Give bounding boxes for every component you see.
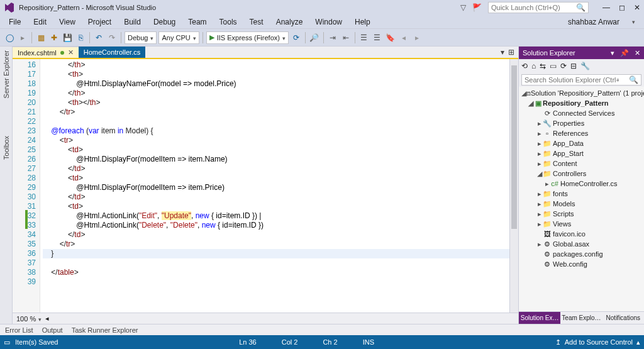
refresh-icon[interactable]: ⟳ bbox=[560, 62, 567, 70]
solution-tree[interactable]: ◢⧈ Solution 'Repositiory_Pattern' (1 pro… bbox=[519, 87, 644, 311]
rail-server-explorer[interactable]: Server Explorer bbox=[3, 50, 10, 98]
menu-edit[interactable]: Edit bbox=[28, 16, 52, 28]
bottom-tool-tabs: Error List Output Task Runner Explorer bbox=[0, 324, 644, 335]
tree-item[interactable]: ⚙Web.config bbox=[519, 259, 644, 269]
rail-toolbox[interactable]: Toolbox bbox=[3, 136, 10, 160]
menu-team[interactable]: Team bbox=[183, 16, 211, 28]
menu-window[interactable]: Window bbox=[310, 16, 347, 28]
close-icon[interactable]: ✕ bbox=[634, 3, 640, 12]
save-all-icon[interactable]: ⎘ bbox=[75, 32, 86, 43]
collapse-icon[interactable]: ⊟ bbox=[570, 62, 577, 70]
tree-item[interactable]: ▸⚙Global.asax bbox=[519, 239, 644, 249]
tree-item[interactable]: ▸📁Scripts bbox=[519, 209, 644, 219]
search-icon[interactable]: 🔍 bbox=[629, 75, 638, 84]
source-control-icon[interactable]: ↥ bbox=[555, 338, 561, 346]
tree-item[interactable]: ▸c#HomeController.cs bbox=[519, 179, 644, 189]
back-icon[interactable]: ⌂ bbox=[531, 62, 536, 70]
tab-solution-explorer[interactable]: Solution Ex… bbox=[519, 311, 560, 324]
config-dropdown[interactable]: Debug bbox=[125, 31, 157, 44]
menu-file[interactable]: File bbox=[4, 16, 26, 28]
tab-notifications[interactable]: Notifications bbox=[602, 311, 644, 324]
redo-icon[interactable]: ↷ bbox=[106, 32, 118, 43]
nav-back-icon[interactable]: ◯ bbox=[4, 32, 15, 43]
tree-item[interactable]: ⟳Connected Services bbox=[519, 108, 644, 118]
solution-label: Solution 'Repositiory_Pattern' (1 projec… bbox=[531, 89, 644, 97]
zoom-dropdown-icon[interactable] bbox=[38, 315, 42, 323]
open-file-icon[interactable]: ✚ bbox=[48, 32, 60, 43]
tree-item[interactable]: ▸📁App_Data bbox=[519, 138, 644, 148]
add-source-control[interactable]: Add to Source Control bbox=[565, 338, 633, 346]
tab-index-cshtml[interactable]: Index.cshtml ✕ bbox=[13, 47, 79, 58]
new-project-icon[interactable]: ▦ bbox=[35, 32, 47, 43]
menu-tools[interactable]: Tools bbox=[214, 16, 242, 28]
home-icon[interactable]: ⟲ bbox=[521, 62, 528, 70]
tab-team-explorer[interactable]: Team Explo… bbox=[560, 311, 602, 324]
solution-search-input[interactable] bbox=[525, 76, 619, 84]
comment-icon[interactable]: ☰ bbox=[358, 32, 370, 43]
tab-task-runner[interactable]: Task Runner Explorer bbox=[72, 326, 138, 334]
zoom-level[interactable]: 100 % bbox=[16, 315, 36, 323]
solution-explorer-search[interactable]: 🔍 bbox=[521, 74, 641, 86]
nav-fwd-icon[interactable]: ▸ bbox=[17, 32, 28, 43]
minimize-icon[interactable]: — bbox=[602, 3, 610, 12]
feedback-icon[interactable]: 🚩 bbox=[472, 3, 482, 12]
hscroll-left-icon[interactable]: ◂ bbox=[45, 314, 49, 323]
menu-project[interactable]: Project bbox=[83, 16, 116, 28]
tree-item[interactable]: ▸📁Models bbox=[519, 199, 644, 209]
tree-item[interactable]: ▸📁Views bbox=[519, 219, 644, 229]
sync-icon[interactable]: ⇆ bbox=[540, 62, 546, 70]
undo-icon[interactable]: ↶ bbox=[93, 32, 104, 43]
user-dropdown-icon[interactable]: ▾ bbox=[627, 18, 640, 26]
signed-in-user[interactable]: shahbaz Anwar bbox=[563, 16, 625, 28]
source-control-arrow-icon[interactable]: ▴ bbox=[636, 338, 640, 346]
maximize-icon[interactable]: ◻ bbox=[619, 3, 625, 12]
show-all-icon[interactable]: ▭ bbox=[550, 62, 557, 70]
tree-item[interactable]: ▸📁Content bbox=[519, 158, 644, 169]
panel-pin-icon[interactable]: 📌 bbox=[620, 49, 629, 57]
find-icon[interactable]: 🔎 bbox=[309, 32, 320, 43]
quick-launch-input[interactable] bbox=[491, 4, 573, 11]
code-content[interactable]: </th> <th> @Html.DisplayNameFor(model =>… bbox=[40, 59, 509, 313]
run-button[interactable]: ▶ IIS Express (Firefox) bbox=[206, 31, 289, 44]
next-bookmark-icon[interactable]: ▸ bbox=[411, 32, 423, 43]
tree-item[interactable]: ▸🔧Properties bbox=[519, 118, 644, 128]
menu-view[interactable]: View bbox=[54, 16, 80, 28]
menu-debug[interactable]: Debug bbox=[148, 16, 180, 28]
tabs-overflow-icon[interactable]: ▾ bbox=[501, 48, 504, 57]
properties-icon[interactable]: 🔧 bbox=[580, 62, 590, 70]
tab-close-icon[interactable]: ✕ bbox=[68, 48, 74, 57]
tree-item[interactable]: 🖼favicon.ico bbox=[519, 229, 644, 239]
project-node[interactable]: ◢▣ Repositiory_Pattern bbox=[519, 98, 644, 108]
prev-bookmark-icon[interactable]: ◂ bbox=[398, 32, 409, 43]
panel-dropdown-icon[interactable]: ▾ bbox=[611, 49, 614, 57]
search-icon[interactable]: 🔍 bbox=[576, 3, 586, 12]
tab-output[interactable]: Output bbox=[42, 326, 63, 334]
bookmark-icon[interactable]: 🔖 bbox=[385, 32, 396, 43]
tree-item[interactable]: ⚙packages.config bbox=[519, 249, 644, 259]
platform-dropdown[interactable]: Any CPU bbox=[158, 31, 199, 44]
menu-help[interactable]: Help bbox=[350, 16, 375, 28]
solution-node[interactable]: ◢⧈ Solution 'Repositiory_Pattern' (1 pro… bbox=[519, 88, 644, 98]
menu-analyze[interactable]: Analyze bbox=[271, 16, 308, 28]
tab-homecontroller[interactable]: HomeController.cs bbox=[79, 47, 145, 58]
save-icon[interactable]: 💾 bbox=[62, 32, 73, 43]
tree-item[interactable]: ▸📁fonts bbox=[519, 189, 644, 199]
status-icon: ▭ bbox=[4, 338, 10, 346]
menu-build[interactable]: Build bbox=[119, 16, 146, 28]
solution-explorer-toggle-icon[interactable]: ⊞ bbox=[508, 48, 514, 57]
tab-error-list[interactable]: Error List bbox=[5, 326, 33, 334]
step-into-icon[interactable]: ⇥ bbox=[327, 32, 338, 43]
tree-item[interactable]: ▸📁App_Start bbox=[519, 148, 644, 158]
menu-test[interactable]: Test bbox=[245, 16, 269, 28]
notifications-icon[interactable]: ▽ bbox=[460, 3, 466, 12]
uncomment-icon[interactable]: ☰ bbox=[372, 32, 383, 43]
browser-refresh-icon[interactable]: ⟳ bbox=[291, 32, 302, 43]
quick-launch[interactable]: 🔍 bbox=[488, 2, 589, 13]
tree-item[interactable]: ◢📁Controllers bbox=[519, 169, 644, 179]
step-over-icon[interactable]: ⇤ bbox=[340, 32, 352, 43]
code-editor[interactable]: 1617181920212223242526272829303132333435… bbox=[13, 59, 518, 313]
vertical-scrollbar[interactable] bbox=[509, 59, 518, 313]
zoom-bar: 100 % ◂ bbox=[13, 313, 518, 324]
tree-item[interactable]: ▸▫References bbox=[519, 128, 644, 138]
panel-close-icon[interactable]: ✕ bbox=[635, 49, 640, 57]
